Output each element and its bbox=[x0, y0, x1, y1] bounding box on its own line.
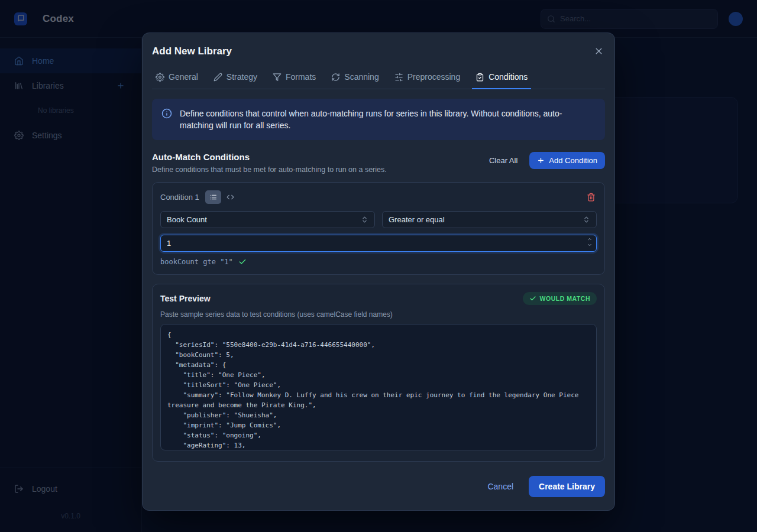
refresh-icon bbox=[331, 73, 340, 82]
chevrons-up-down-icon bbox=[583, 216, 590, 223]
tab-strategy[interactable]: Strategy bbox=[210, 67, 261, 89]
create-library-button[interactable]: Create Library bbox=[529, 476, 605, 497]
match-badge-label: WOULD MATCH bbox=[540, 295, 590, 302]
code-view-toggle[interactable] bbox=[222, 190, 238, 204]
tab-label: Formats bbox=[286, 72, 316, 82]
tab-label: Scanning bbox=[344, 72, 378, 82]
stepper-up-icon[interactable] bbox=[587, 236, 593, 242]
chevrons-up-down-icon bbox=[361, 216, 368, 223]
test-preview-description: Paste sample series data to test conditi… bbox=[160, 310, 597, 319]
condition-title: Condition 1 bbox=[160, 193, 199, 202]
operator-select-value: Greater or equal bbox=[389, 215, 445, 224]
trash-icon bbox=[587, 193, 596, 202]
number-steppers bbox=[587, 236, 593, 248]
code-icon bbox=[227, 193, 234, 201]
info-banner: Define conditions that control when auto… bbox=[152, 99, 605, 140]
add-condition-button[interactable]: Add Condition bbox=[529, 152, 605, 169]
info-icon bbox=[161, 108, 172, 119]
valid-check-icon bbox=[238, 258, 247, 266]
condition-value-input[interactable] bbox=[160, 235, 597, 252]
list-icon bbox=[209, 193, 217, 201]
test-preview-heading: Test Preview bbox=[160, 294, 211, 303]
tab-label: Preprocessing bbox=[407, 72, 461, 82]
stepper-down-icon[interactable] bbox=[587, 242, 593, 248]
field-select-value: Book Count bbox=[167, 215, 207, 224]
match-badge: WOULD MATCH bbox=[523, 292, 597, 305]
tab-label: Conditions bbox=[489, 72, 528, 82]
gear-icon bbox=[156, 73, 164, 82]
tab-preprocessing[interactable]: Preprocessing bbox=[391, 67, 464, 89]
tab-general[interactable]: General bbox=[152, 67, 202, 89]
clipboard-check-icon bbox=[475, 73, 484, 82]
delete-condition-button[interactable] bbox=[585, 192, 597, 203]
view-toggle-group bbox=[205, 190, 238, 204]
modal-title: Add New Library bbox=[152, 46, 232, 57]
test-preview-card: Test Preview WOULD MATCH Paste sample se… bbox=[152, 284, 605, 462]
close-button[interactable] bbox=[593, 45, 605, 57]
filter-icon bbox=[273, 73, 282, 82]
field-select[interactable]: Book Count bbox=[160, 211, 375, 228]
tab-conditions[interactable]: Conditions bbox=[472, 67, 531, 89]
cancel-button[interactable]: Cancel bbox=[479, 476, 522, 497]
clear-all-button[interactable]: Clear All bbox=[483, 153, 523, 168]
builder-view-toggle[interactable] bbox=[205, 190, 221, 204]
sample-data-textarea[interactable]: { "seriesId": "550e8400-e29b-41d4-a716-4… bbox=[160, 324, 597, 450]
tab-scanning[interactable]: Scanning bbox=[328, 67, 382, 89]
modal-tabs: General Strategy Formats Scanning Prepro… bbox=[152, 67, 605, 89]
pencil-icon bbox=[213, 73, 222, 82]
close-icon bbox=[594, 46, 604, 56]
tab-label: Strategy bbox=[227, 72, 257, 82]
conditions-heading: Auto-Match Conditions bbox=[152, 152, 387, 162]
info-banner-text: Define conditions that control when auto… bbox=[180, 108, 596, 131]
check-icon bbox=[529, 295, 536, 302]
add-library-modal: Add New Library General Strategy Formats bbox=[142, 33, 615, 511]
condition-card: Condition 1 bbox=[152, 182, 605, 275]
tab-formats[interactable]: Formats bbox=[269, 67, 319, 89]
plus-icon bbox=[537, 157, 545, 164]
add-condition-label: Add Condition bbox=[549, 156, 597, 165]
tab-label: General bbox=[169, 72, 198, 82]
condition-expression: bookCount gte "1" bbox=[160, 258, 233, 266]
conditions-description: Define conditions that must be met for a… bbox=[152, 166, 387, 174]
operator-select[interactable]: Greater or equal bbox=[382, 211, 597, 228]
sliders-icon bbox=[394, 73, 403, 82]
